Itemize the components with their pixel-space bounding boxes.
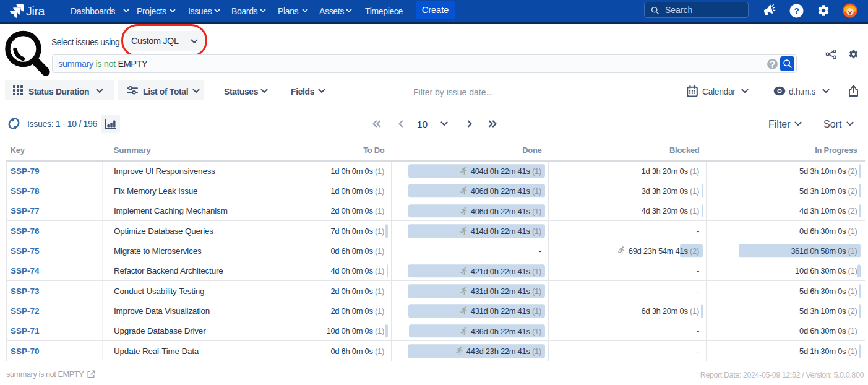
svg-text:?: ? — [794, 6, 799, 15]
